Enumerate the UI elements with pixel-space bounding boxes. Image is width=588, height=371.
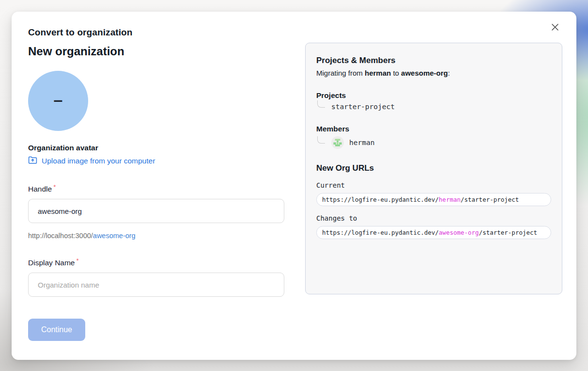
tree-branch-icon xyxy=(317,136,325,144)
folder-upload-icon xyxy=(28,156,37,166)
modal-content: New organization – Organization avatar U… xyxy=(12,38,576,341)
changes-url-highlight: awesome-org xyxy=(439,229,479,236)
form-heading: New organization xyxy=(28,45,284,58)
projects-members-panel: Projects & Members Migrating from herman… xyxy=(305,43,562,294)
continue-button[interactable]: Continue xyxy=(28,319,85,341)
new-org-urls-heading: New Org URLs xyxy=(316,163,551,173)
required-asterisk: * xyxy=(53,183,56,191)
tree-branch-icon xyxy=(317,100,325,108)
migrating-from-name: herman xyxy=(365,69,391,77)
current-url-highlight: herman xyxy=(439,196,461,203)
avatar-label: Organization avatar xyxy=(28,144,284,152)
modal-header: Convert to organization xyxy=(12,12,576,38)
projects-heading: Projects xyxy=(316,91,551,100)
avatar-placeholder-symbol: – xyxy=(54,91,63,108)
modal-title: Convert to organization xyxy=(28,27,133,38)
required-asterisk: * xyxy=(76,257,78,264)
project-name: starter-project xyxy=(331,103,395,111)
project-list-item: starter-project xyxy=(316,103,551,111)
display-name-input[interactable] xyxy=(28,273,284,297)
handle-label: Handle* xyxy=(28,183,284,194)
changes-to-url-value: https://logfire-eu.pydantic.dev/awesome-… xyxy=(316,226,551,239)
member-list-item: herman xyxy=(316,136,551,149)
handle-input[interactable] xyxy=(28,199,284,223)
upload-link-label: Upload image from your computer xyxy=(42,157,155,165)
changes-to-url-label: Changes to xyxy=(316,214,551,222)
url-preview-prefix: http://localhost:3000/ xyxy=(28,232,93,240)
handle-url-preview: http://localhost:3000/awesome-org xyxy=(28,232,284,240)
display-name-label: Display Name* xyxy=(28,257,284,267)
member-name: herman xyxy=(349,139,374,146)
new-organization-form: New organization – Organization avatar U… xyxy=(28,38,284,341)
current-url-label: Current xyxy=(316,181,551,189)
members-heading: Members xyxy=(316,125,551,133)
current-url-value: https://logfire-eu.pydantic.dev/herman/s… xyxy=(316,193,551,206)
url-preview-handle: awesome-org xyxy=(93,232,136,240)
panel-heading: Projects & Members xyxy=(316,56,551,65)
migrating-to-name: awesome-org xyxy=(401,69,448,77)
migrating-summary: Migrating from herman to awesome-org: xyxy=(316,69,551,77)
close-icon xyxy=(550,22,560,32)
convert-to-organization-modal: Convert to organization New organization… xyxy=(12,12,576,360)
organization-avatar: – xyxy=(28,71,88,131)
close-button[interactable] xyxy=(546,20,564,34)
member-identicon-avatar xyxy=(331,136,344,149)
upload-image-link[interactable]: Upload image from your computer xyxy=(28,156,284,166)
